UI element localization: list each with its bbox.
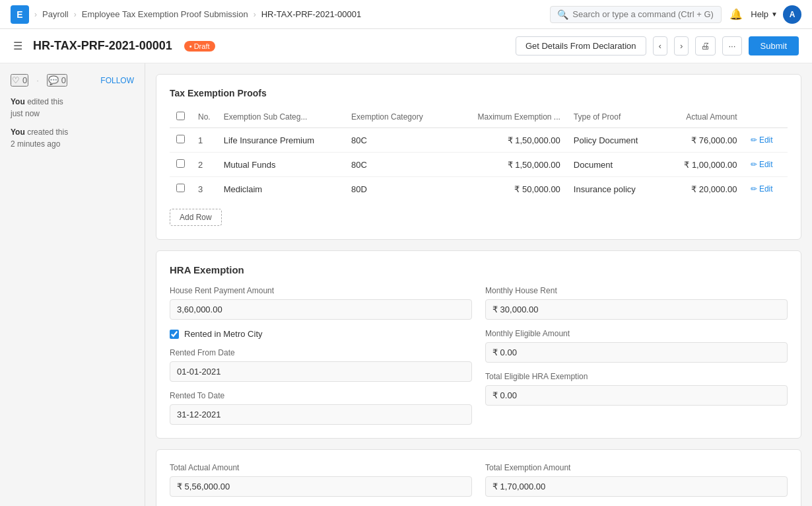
col-sub-category: Exemption Sub Categ... — [217, 106, 345, 128]
row-edit-2[interactable]: ✏ Edit — [744, 177, 788, 201]
row-no-0: 1 — [191, 128, 217, 153]
col-check — [170, 106, 191, 128]
row-edit-1[interactable]: ✏ Edit — [744, 153, 788, 177]
search-icon: 🔍 — [557, 9, 568, 20]
rented-to-input[interactable] — [170, 404, 472, 425]
table-row: 1 Life Insurance Premium 80C ₹ 1,50,000.… — [170, 128, 788, 153]
notification-bell-button[interactable]: 🔔 — [727, 5, 745, 23]
rented-from-input[interactable] — [170, 361, 472, 382]
dot-separator: · — [36, 75, 39, 85]
row-sub-category-2: Mediclaim — [217, 177, 345, 201]
breadcrumb-payroll[interactable]: Payroll — [42, 9, 69, 19]
monthly-house-rent-value: ₹ 30,000.00 — [485, 299, 788, 320]
breadcrumb-sep-2: › — [74, 10, 77, 19]
monthly-house-rent-group: Monthly House Rent ₹ 30,000.00 — [485, 286, 788, 320]
top-nav: E › Payroll › Employee Tax Exemption Pro… — [0, 0, 812, 29]
activity-actor-1: You — [11, 127, 25, 137]
breadcrumb-current: HR-TAX-PRF-2021-00001 — [261, 9, 361, 19]
col-actual-amount: Actual Amount — [662, 106, 743, 128]
edit-link-0[interactable]: ✏ Edit — [751, 135, 781, 145]
row-type-of-proof-1: Document — [567, 153, 662, 177]
main-content: Tax Exemption Proofs No. Exemption Sub C… — [145, 63, 812, 506]
rented-to-group: Rented To Date — [170, 391, 472, 425]
row-type-of-proof-0: Policy Document — [567, 128, 662, 153]
edit-link-1[interactable]: ✏ Edit — [751, 160, 781, 169]
get-details-button[interactable]: Get Details From Declaration — [516, 36, 646, 55]
document-title: HR-TAX-PRF-2021-00001 — [33, 39, 172, 53]
totals-card: Total Actual Amount ₹ 5,56,000.00 Total … — [156, 449, 801, 506]
totals-grid: Total Actual Amount ₹ 5,56,000.00 Total … — [170, 463, 788, 497]
total-actual-label: Total Actual Amount — [170, 463, 472, 472]
hra-form-grid: House Rent Payment Amount Rented in Metr… — [170, 286, 788, 425]
row-checkbox-2[interactable] — [176, 184, 185, 192]
monthly-eligible-value: ₹ 0.00 — [485, 342, 788, 363]
row-category-0: 80C — [345, 128, 449, 153]
monthly-house-rent-label: Monthly House Rent — [485, 286, 788, 295]
tax-exemption-proofs-card: Tax Exemption Proofs No. Exemption Sub C… — [156, 74, 801, 240]
add-row-button[interactable]: Add Row — [170, 209, 222, 226]
total-eligible-hra-label: Total Eligible HRA Exemption — [485, 372, 788, 381]
row-sub-category-0: Life Insurance Premium — [217, 128, 345, 153]
total-exemption-value: ₹ 1,70,000.00 — [485, 476, 788, 497]
sidebar: ♡ 0 · 💬 0 FOLLOW You edited this just no… — [0, 63, 145, 506]
search-bar[interactable]: 🔍 — [550, 6, 722, 23]
like-count: 0 — [22, 75, 27, 85]
total-exemption-label: Total Exemption Amount — [485, 463, 788, 472]
search-input[interactable] — [572, 9, 714, 19]
activity-action-1: created this — [27, 127, 68, 137]
house-rent-payment-input[interactable] — [170, 299, 472, 320]
more-options-button[interactable]: ··· — [722, 36, 741, 55]
row-max-exemption-0: ₹ 1,50,000.00 — [449, 128, 567, 153]
col-category: Exemption Category — [345, 106, 449, 128]
activity-action-0: edited this — [27, 97, 63, 106]
house-rent-payment-group: House Rent Payment Amount — [170, 286, 472, 320]
comment-button[interactable]: 💬 0 — [47, 74, 67, 87]
row-actual-amount-1: ₹ 1,00,000.00 — [662, 153, 743, 177]
row-type-of-proof-2: Insurance policy — [567, 177, 662, 201]
rented-to-label: Rented To Date — [170, 391, 472, 400]
total-actual-value: ₹ 5,56,000.00 — [170, 476, 472, 497]
breadcrumb-tax-exemption[interactable]: Employee Tax Exemption Proof Submission — [82, 9, 248, 19]
monthly-eligible-group: Monthly Eligible Amount ₹ 0.00 — [485, 329, 788, 363]
col-max-exemption: Maximum Exemption ... — [449, 106, 567, 128]
status-badge: • Draft — [184, 41, 215, 52]
print-button[interactable]: 🖨 — [695, 36, 716, 55]
row-checkbox-1[interactable] — [176, 159, 185, 168]
table-row: 2 Mutual Funds 80C ₹ 1,50,000.00 Documen… — [170, 153, 788, 177]
help-menu[interactable]: Help ▼ — [751, 9, 778, 19]
row-no-2: 3 — [191, 177, 217, 201]
comment-count: 0 — [61, 75, 66, 85]
follow-button[interactable]: FOLLOW — [100, 76, 134, 85]
activity-item-1: You created this 2 minutes ago — [11, 126, 134, 150]
rented-metro-label: Rented in Metro City — [184, 329, 263, 339]
like-button[interactable]: ♡ 0 — [11, 74, 28, 87]
row-checkbox-0[interactable] — [176, 135, 185, 143]
help-label: Help — [751, 9, 768, 19]
avatar[interactable]: A — [783, 5, 801, 24]
col-actions — [744, 106, 788, 128]
proof-table: No. Exemption Sub Categ... Exemption Cat… — [170, 106, 788, 201]
house-rent-payment-label: House Rent Payment Amount — [170, 286, 472, 295]
row-actual-amount-0: ₹ 76,000.00 — [662, 128, 743, 153]
monthly-eligible-label: Monthly Eligible Amount — [485, 329, 788, 338]
help-chevron-icon: ▼ — [771, 11, 778, 18]
row-category-2: 80D — [345, 177, 449, 201]
hra-section-title: HRA Exemption — [170, 264, 788, 275]
hra-exemption-card: HRA Exemption House Rent Payment Amount … — [156, 250, 801, 439]
total-actual-group: Total Actual Amount ₹ 5,56,000.00 — [170, 463, 472, 497]
select-all-checkbox[interactable] — [176, 112, 185, 120]
row-edit-0[interactable]: ✏ Edit — [744, 128, 788, 153]
next-nav-button[interactable]: › — [674, 36, 689, 55]
page-body: ♡ 0 · 💬 0 FOLLOW You edited this just no… — [0, 63, 812, 506]
row-category-1: 80C — [345, 153, 449, 177]
edit-link-2[interactable]: ✏ Edit — [751, 184, 781, 194]
rented-metro-checkbox[interactable] — [170, 330, 179, 339]
tax-exemption-proofs-title: Tax Exemption Proofs — [170, 88, 788, 98]
hamburger-icon[interactable]: ☰ — [13, 40, 22, 52]
row-max-exemption-1: ₹ 1,50,000.00 — [449, 153, 567, 177]
submit-button[interactable]: Submit — [749, 36, 799, 55]
prev-nav-button[interactable]: ‹ — [653, 36, 667, 55]
app-logo: E — [11, 5, 29, 24]
rented-from-group: Rented From Date — [170, 348, 472, 382]
row-actual-amount-2: ₹ 20,000.00 — [662, 177, 743, 201]
